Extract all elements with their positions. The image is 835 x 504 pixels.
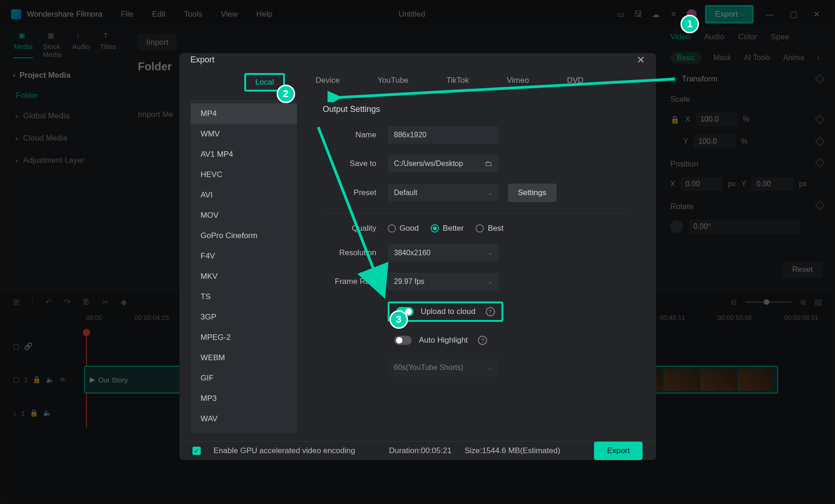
dialog-overlay: Export ✕ Local Device YouTube TikTok Vim… xyxy=(3,3,832,501)
info-icon[interactable]: ? xyxy=(486,307,495,316)
quality-better-label: Better xyxy=(443,224,464,233)
chevron-down-icon: ⌄ xyxy=(488,279,492,285)
name-label: Name xyxy=(323,130,388,140)
quality-good-label: Good xyxy=(400,224,419,233)
dialog-title: Export xyxy=(191,55,215,65)
quality-label: Quality xyxy=(323,224,388,233)
settings-button[interactable]: Settings xyxy=(508,184,557,202)
format-item-wmv[interactable]: WMV xyxy=(191,124,297,144)
callout-badge-3: 3 xyxy=(390,310,408,329)
gpu-label: Enable GPU accelerated video encoding xyxy=(214,446,355,455)
export-tab-tiktok[interactable]: TikTok xyxy=(439,73,476,92)
chevron-down-icon: ⌄ xyxy=(488,250,492,256)
quality-good-radio[interactable]: Good xyxy=(388,224,419,233)
format-item-gopro-cineform[interactable]: GoPro Cineform xyxy=(191,226,297,246)
callout-badge-1: 1 xyxy=(680,15,699,33)
frame-rate-value: 29.97 fps xyxy=(394,277,425,286)
format-item-avi[interactable]: AVI xyxy=(191,185,297,205)
callout-badge-2: 2 xyxy=(277,85,295,103)
quality-best-label: Best xyxy=(488,224,503,233)
dialog-export-button[interactable]: Export xyxy=(594,442,643,460)
info-icon[interactable]: ? xyxy=(478,336,487,345)
export-tab-vimeo[interactable]: Vimeo xyxy=(500,73,537,92)
folder-open-icon[interactable]: 🗀 xyxy=(485,160,492,168)
quality-best-radio[interactable]: Best xyxy=(476,224,503,233)
shorts-value: 60s(YouTube Shorts) xyxy=(394,363,464,372)
save-to-value: C:/Users/ws/Desktop xyxy=(394,160,463,168)
format-item-hevc[interactable]: HEVC xyxy=(191,165,297,185)
resolution-select[interactable]: 3840x2160⌄ xyxy=(388,244,499,262)
format-item-mp4[interactable]: MP4 xyxy=(191,104,297,124)
size-stat: Size:1544.6 MB(Estimated) xyxy=(464,446,560,455)
format-item-f4v[interactable]: F4V xyxy=(191,246,297,266)
chevron-down-icon: ⌄ xyxy=(488,365,492,371)
gpu-checkbox[interactable]: ✓ xyxy=(192,447,201,455)
auto-highlight-toggle[interactable] xyxy=(394,336,412,345)
preset-select[interactable]: Default⌄ xyxy=(388,184,499,202)
duration-stat: Duration:00:05:21 xyxy=(389,446,452,455)
resolution-label: Resolution xyxy=(323,248,388,258)
auto-highlight-label: Auto Highlight xyxy=(419,336,468,345)
name-input[interactable] xyxy=(388,126,499,144)
format-item-webm[interactable]: WEBM xyxy=(191,348,297,368)
save-to-label: Save to xyxy=(323,159,388,168)
format-item-3gp[interactable]: 3GP xyxy=(191,307,297,327)
format-item-gif[interactable]: GIF xyxy=(191,368,297,388)
resolution-value: 3840x2160 xyxy=(394,249,431,257)
format-item-ts[interactable]: TS xyxy=(191,287,297,307)
quality-better-radio[interactable]: Better xyxy=(431,224,464,233)
save-to-input[interactable]: C:/Users/ws/Desktop🗀 xyxy=(388,155,499,172)
export-tab-device[interactable]: Device xyxy=(308,73,347,92)
format-item-mpeg-2[interactable]: MPEG-2 xyxy=(191,327,297,348)
chevron-down-icon: ⌄ xyxy=(488,190,492,196)
format-item-wav[interactable]: WAV xyxy=(191,409,297,429)
frame-rate-select[interactable]: 29.97 fps⌄ xyxy=(388,273,499,290)
format-item-mkv[interactable]: MKV xyxy=(191,266,297,287)
export-tab-dvd[interactable]: DVD xyxy=(559,73,591,92)
shorts-select: 60s(YouTube Shorts)⌄ xyxy=(388,359,499,376)
format-item-mov[interactable]: MOV xyxy=(191,205,297,226)
format-item-av1-mp4[interactable]: AV1 MP4 xyxy=(191,144,297,165)
export-dialog: Export ✕ Local Device YouTube TikTok Vim… xyxy=(179,53,656,460)
dialog-close-button[interactable]: ✕ xyxy=(637,54,645,66)
format-item-mp3[interactable]: MP3 xyxy=(191,388,297,409)
frame-rate-label: Frame Rate xyxy=(323,277,388,286)
format-list: MP4WMVAV1 MP4HEVCAVIMOVGoPro CineformF4V… xyxy=(191,100,297,433)
upload-to-cloud-label: Upload to cloud xyxy=(421,307,476,316)
preset-value: Default xyxy=(394,189,418,197)
preset-label: Preset xyxy=(323,188,388,197)
auto-highlight-row: Auto Highlight ? xyxy=(388,332,494,349)
output-settings-title: Output Settings xyxy=(323,104,626,114)
export-tab-youtube[interactable]: YouTube xyxy=(370,73,416,92)
